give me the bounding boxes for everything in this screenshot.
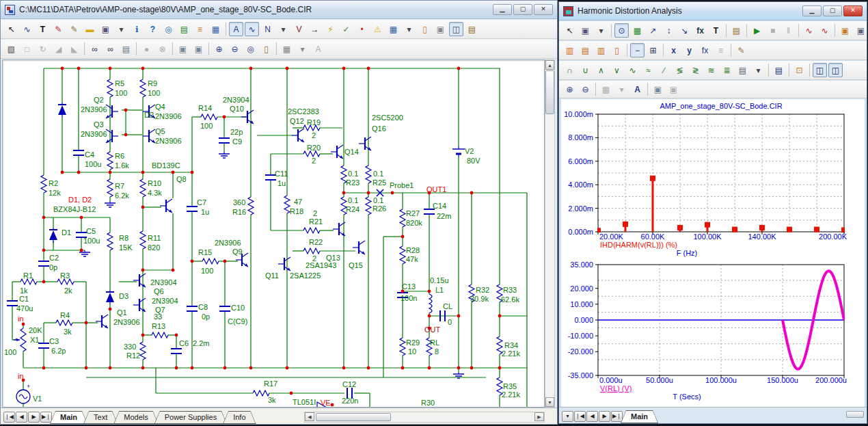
properties-icon[interactable]: ▤ bbox=[729, 23, 744, 38]
text-tool[interactable]: T bbox=[709, 23, 723, 38]
first-page-button[interactable]: ❘◀ bbox=[3, 412, 15, 423]
page-icon[interactable]: ▯ bbox=[259, 42, 273, 56]
copy-front-icon[interactable]: ▣ bbox=[176, 42, 190, 56]
title-block-icon[interactable]: ▯ bbox=[418, 22, 432, 36]
next-page-button[interactable]: ▶ bbox=[599, 411, 610, 422]
stepping-icon[interactable]: ∿ bbox=[817, 23, 832, 38]
numeric-output-icon[interactable]: ▤ bbox=[772, 63, 786, 77]
scroll-down-icon[interactable]: ▼ bbox=[545, 397, 554, 407]
node-numbers-toggle[interactable]: N bbox=[260, 22, 275, 36]
properties-icon[interactable]: ▤ bbox=[465, 22, 479, 36]
envelope-icon[interactable]: ≋ bbox=[704, 63, 718, 77]
page-list-button[interactable]: ▾ bbox=[562, 411, 573, 422]
font-icon[interactable]: A bbox=[630, 82, 645, 96]
find-link-icon[interactable]: ◎ bbox=[161, 22, 176, 36]
flip-x-icon[interactable]: ◢ bbox=[51, 42, 66, 56]
attribute-text-toggle[interactable]: A bbox=[229, 22, 243, 36]
sheet-settings-icon[interactable]: ▦ bbox=[208, 22, 223, 36]
schematic-tab-power-supplies[interactable]: Power Supplies bbox=[154, 411, 227, 424]
search-y-icon[interactable]: y bbox=[682, 43, 696, 57]
plot-layout-overlap-icon[interactable]: ▥ bbox=[594, 43, 608, 57]
scale-x-icon[interactable]: ↗ bbox=[646, 23, 660, 38]
analysis-close-button[interactable]: ✕ bbox=[843, 5, 863, 16]
analysis-minimize-button[interactable]: ▁ bbox=[802, 5, 822, 16]
graphics-tool[interactable]: ✎ bbox=[51, 22, 66, 36]
slope-icon[interactable]: ∕ bbox=[657, 63, 671, 77]
schematic-titlebar[interactable]: C:\MC11\DATA\Petrov\AMP-one-stage\80V\AM… bbox=[1, 1, 557, 19]
flag-tool[interactable]: ✎ bbox=[67, 22, 81, 36]
scroll-left-icon[interactable]: ◀ bbox=[305, 412, 314, 421]
power-toggle[interactable]: ⚡ bbox=[323, 22, 338, 36]
next-page-button[interactable]: ▶ bbox=[28, 412, 40, 423]
go-to-performance-icon[interactable]: ⊡ bbox=[792, 63, 806, 77]
component-dropdown[interactable]: ▾ bbox=[114, 22, 128, 36]
scroll-right-icon[interactable]: ▶ bbox=[534, 412, 544, 421]
valley-icon[interactable]: ∪ bbox=[578, 63, 593, 77]
find-next-icon[interactable]: ∞ bbox=[103, 42, 118, 56]
last-page-button[interactable]: ▶❘ bbox=[40, 412, 52, 423]
bus-icon[interactable]: ▬ bbox=[83, 22, 97, 36]
grid-menu-icon[interactable]: ▦ bbox=[599, 82, 613, 96]
grid-menu-dropdown[interactable]: ▾ bbox=[614, 82, 629, 96]
node-voltages-toggle[interactable]: V bbox=[292, 22, 306, 36]
plot-canvas[interactable]: AMP_one_stage_80V-SC_Bode.CIR0.000m2.000… bbox=[561, 99, 865, 408]
scale-y-icon[interactable]: ↕ bbox=[662, 23, 676, 38]
plot-layout-vertical-icon[interactable]: ▥ bbox=[562, 43, 577, 57]
inflection-icon[interactable]: ∿ bbox=[625, 63, 640, 77]
border-toggle[interactable]: ⚠ bbox=[370, 22, 385, 36]
text-tool[interactable]: T bbox=[36, 22, 50, 36]
select-tool[interactable]: ↖ bbox=[562, 23, 577, 38]
family-icon[interactable]: ≣ bbox=[720, 63, 734, 77]
low-icon[interactable]: ∨ bbox=[610, 63, 624, 77]
display-dropdown[interactable]: ▾ bbox=[276, 22, 290, 36]
plot-layout-horizontal-icon[interactable]: ▤ bbox=[578, 43, 593, 57]
prev-page-button[interactable]: ◀ bbox=[16, 412, 27, 423]
minimize-button[interactable]: ▁ bbox=[493, 4, 512, 15]
peak-icon[interactable]: ∩ bbox=[562, 63, 577, 77]
stop-button[interactable]: ■ bbox=[765, 23, 780, 38]
list-icon[interactable]: ≡ bbox=[193, 22, 207, 36]
analysis-restore-button[interactable]: ▢ bbox=[823, 5, 842, 16]
grid-menu-icon[interactable]: ▦ bbox=[280, 42, 294, 56]
schematic-canvas[interactable]: +D2R5100R9100Q22N3906Q42N3906Q32N3906Q52… bbox=[3, 60, 544, 407]
copy-back-icon[interactable]: ▣ bbox=[666, 82, 681, 96]
analysis-titlebar[interactable]: Harmonic Distortion Analysis ▁ ▢ ✕ bbox=[559, 2, 867, 21]
condition-toggle[interactable]: ✓ bbox=[339, 22, 353, 36]
zoom-100-icon[interactable]: ◎ bbox=[243, 42, 258, 56]
wire-mode-icon[interactable]: ∿ bbox=[20, 22, 34, 36]
attribute-wire-toggle[interactable]: ∿ bbox=[245, 22, 259, 36]
analysis-tab-main[interactable]: Main bbox=[621, 410, 658, 423]
schematic-hscrollbar[interactable]: ◀ ▶ bbox=[304, 412, 545, 423]
font-icon[interactable]: A bbox=[311, 42, 325, 56]
normalize-y-icon[interactable]: ◫ bbox=[828, 63, 843, 77]
rotate-icon[interactable]: ↻ bbox=[36, 42, 50, 56]
notes-icon[interactable]: ▤ bbox=[119, 42, 133, 56]
info-mode-icon[interactable]: ℹ bbox=[130, 22, 144, 36]
zoom-out-icon[interactable]: ⊖ bbox=[228, 42, 242, 56]
grid-menu-dropdown[interactable]: ▾ bbox=[295, 42, 310, 56]
crosshair-icon[interactable]: ⊞ bbox=[646, 43, 660, 57]
select-region-icon[interactable]: ▧ bbox=[4, 42, 18, 56]
flip-y-icon[interactable]: ◣ bbox=[67, 42, 81, 56]
pin-connections-toggle[interactable]: • bbox=[355, 22, 369, 36]
schematic-tab-info[interactable]: Info bbox=[223, 411, 256, 424]
copy-back-icon[interactable]: ▣ bbox=[191, 42, 206, 56]
split-window-icon[interactable]: ◫ bbox=[449, 22, 463, 36]
schematic-tab-main[interactable]: Main bbox=[50, 411, 87, 424]
search-list-icon[interactable]: ≡ bbox=[714, 43, 728, 57]
tokens-icon[interactable]: ▣ bbox=[854, 23, 868, 38]
run-button[interactable]: ▶ bbox=[750, 23, 764, 38]
component-tool[interactable]: ▣ bbox=[578, 23, 593, 38]
search-formula-icon[interactable]: fx bbox=[698, 43, 712, 57]
cursor-mode-icon[interactable]: − bbox=[630, 43, 645, 57]
grid-dropdown[interactable]: ▾ bbox=[402, 22, 416, 36]
copy-front-icon[interactable]: ▣ bbox=[651, 82, 665, 96]
formula-icon[interactable]: fx bbox=[693, 23, 707, 38]
zoom-in-icon[interactable]: ⊕ bbox=[562, 82, 577, 96]
schematic-tab-models[interactable]: Models bbox=[113, 411, 158, 424]
current-direction-toggle[interactable]: → bbox=[308, 22, 322, 36]
zoom-select-icon[interactable]: ⊙ bbox=[614, 23, 629, 38]
analysis-hscroll-thumb[interactable] bbox=[846, 411, 864, 418]
analysis-limits-icon[interactable]: ∿ bbox=[802, 23, 816, 38]
box-icon[interactable]: □ bbox=[20, 42, 34, 56]
